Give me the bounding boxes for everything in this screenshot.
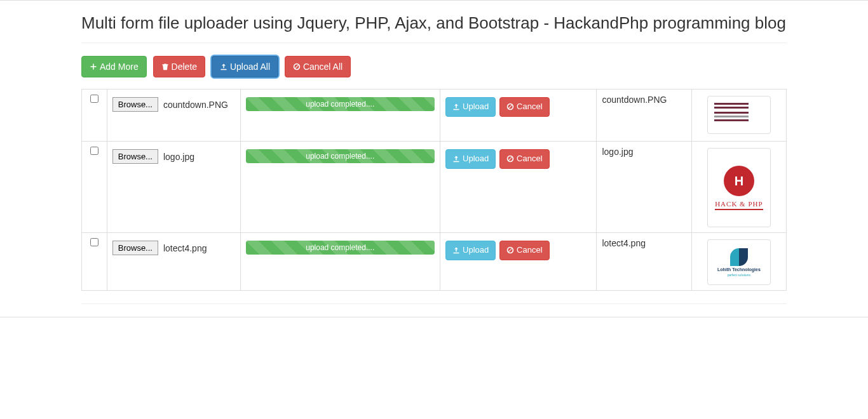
- upload-icon: [220, 63, 227, 70]
- divider: [81, 303, 787, 304]
- upload-label: Upload: [463, 153, 489, 165]
- plus-icon: [90, 63, 97, 70]
- upload-icon: [452, 103, 460, 110]
- selected-filename: countdown.PNG: [163, 100, 228, 110]
- ban-icon: [506, 155, 514, 163]
- upload-button[interactable]: Upload: [445, 241, 496, 260]
- cancel-label: Cancel: [517, 101, 542, 113]
- divider: [81, 43, 787, 43]
- browse-button[interactable]: Browse...: [112, 97, 158, 112]
- selected-filename: lotect4.png: [163, 243, 207, 253]
- upload-icon: [452, 155, 460, 163]
- thumbnail: H HACK & PHP: [707, 148, 771, 227]
- cancel-all-label: Cancel All: [303, 60, 342, 73]
- row-checkbox[interactable]: [90, 147, 98, 155]
- result-filename: countdown.PNG: [602, 95, 667, 105]
- progress-fill: upload completed....: [246, 241, 435, 255]
- files-table: Browse... countdown.PNG upload completed…: [81, 89, 787, 291]
- thumbnail: [707, 96, 771, 134]
- add-more-label: Add More: [100, 60, 139, 73]
- cancel-label: Cancel: [517, 153, 542, 165]
- ban-icon: [506, 103, 514, 110]
- table-row: Browse... logo.jpg upload completed.... …: [82, 142, 787, 233]
- upload-label: Upload: [463, 101, 489, 113]
- result-filename: logo.jpg: [602, 147, 633, 157]
- brand-text: HACK & PHP: [715, 200, 763, 210]
- upload-all-button[interactable]: Upload All: [212, 56, 278, 77]
- progress-bar: upload completed....: [246, 149, 435, 163]
- cancel-label: Cancel: [517, 244, 542, 256]
- row-checkbox[interactable]: [90, 238, 98, 246]
- ban-icon: [506, 246, 514, 254]
- upload-button[interactable]: Upload: [445, 97, 496, 117]
- browse-button[interactable]: Browse...: [112, 241, 158, 255]
- upload-all-label: Upload All: [230, 60, 270, 73]
- ban-icon: [293, 63, 301, 70]
- cancel-button[interactable]: Cancel: [499, 241, 549, 260]
- cancel-button[interactable]: Cancel: [499, 149, 549, 169]
- progress-fill: upload completed....: [246, 97, 435, 111]
- upload-button[interactable]: Upload: [445, 149, 496, 169]
- table-row: Browse... lotect4.png upload completed..…: [82, 233, 787, 291]
- delete-label: Delete: [172, 60, 197, 73]
- browse-button[interactable]: Browse...: [112, 149, 158, 164]
- cancel-all-button[interactable]: Cancel All: [285, 56, 351, 77]
- progress-fill: upload completed....: [246, 149, 435, 163]
- delete-button[interactable]: Delete: [153, 56, 205, 77]
- lt-sub: perfect solutions: [728, 273, 750, 277]
- lt-text: Lohith Technologies: [717, 267, 761, 272]
- result-filename: lotect4.png: [602, 238, 646, 248]
- upload-label: Upload: [463, 244, 489, 256]
- add-more-button[interactable]: Add More: [81, 56, 147, 77]
- thumbnail: Lohith Technologies perfect solutions: [707, 239, 771, 285]
- progress-bar: upload completed....: [246, 97, 435, 111]
- selected-filename: logo.jpg: [163, 152, 194, 162]
- table-row: Browse... countdown.PNG upload completed…: [82, 90, 787, 142]
- cancel-button[interactable]: Cancel: [499, 97, 549, 117]
- progress-bar: upload completed....: [246, 241, 435, 255]
- toolbar: Add More Delete Upload All Cancel All: [81, 56, 787, 77]
- upload-icon: [452, 246, 460, 254]
- row-checkbox[interactable]: [90, 95, 98, 103]
- page-title: Multi form file uploader using Jquery, P…: [81, 13, 787, 33]
- trash-icon: [161, 63, 169, 70]
